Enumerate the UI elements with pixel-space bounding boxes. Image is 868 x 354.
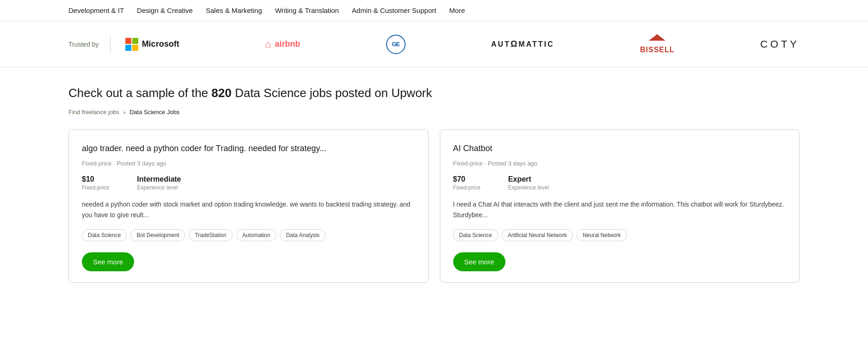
airbnb-logo: ⌂ airbnb: [265, 38, 300, 50]
tag-0-2[interactable]: TradeStation: [189, 229, 232, 241]
bissell-logo: BISSELL: [640, 34, 675, 54]
microsoft-logo: Microsoft: [125, 38, 179, 51]
microsoft-icon: [125, 38, 138, 51]
tag-0-1[interactable]: Bot Development: [130, 229, 185, 241]
job-price-value-0: $10: [82, 175, 109, 183]
breadcrumb: Find freelance jobs » Data Science Jobs: [68, 109, 800, 116]
logos-row: Microsoft ⌂ airbnb GE AUTΩMATTIC BISSELL…: [125, 34, 800, 54]
job-title-1: AI Chatbot: [453, 143, 787, 154]
automattic-logo: AUTΩMATTIC: [491, 39, 554, 49]
job-cards-grid: algo trader. need a python coder for Tra…: [68, 129, 800, 283]
nav-item-admin[interactable]: Admin & Customer Support: [352, 6, 437, 14]
nav-item-dev-it[interactable]: Development & IT: [68, 6, 124, 14]
trusted-label: Trusted by: [68, 41, 99, 48]
bissell-triangle-icon: [649, 34, 665, 41]
bissell-text: BISSELL: [640, 46, 675, 54]
heading-prefix: Check out a sample of the: [68, 86, 211, 100]
ge-logo: GE: [386, 35, 406, 54]
job-exp-block-1: Expert Experience level: [508, 175, 549, 191]
tag-0-0[interactable]: Data Science: [82, 229, 127, 241]
nav-item-writing[interactable]: Writing & Translation: [275, 6, 339, 14]
job-count: 820: [211, 86, 231, 100]
breadcrumb-arrow: »: [123, 110, 126, 115]
coty-text: COTY: [760, 38, 800, 50]
tag-1-1[interactable]: Artificial Neural Network: [502, 229, 573, 241]
job-price-value-1: $70: [453, 175, 480, 183]
job-exp-label-1: Experience level: [508, 184, 549, 191]
job-meta-1: Fixed-price · Posted 3 days ago: [453, 160, 787, 167]
tags-row-0: Data Science Bot Development TradeStatio…: [82, 229, 415, 241]
nav-item-more[interactable]: More: [449, 6, 465, 14]
trusted-divider: [110, 35, 111, 54]
job-card-1: AI Chatbot Fixed-price · Posted 3 days a…: [440, 129, 800, 283]
job-description-0: needed a python coder with stock market …: [82, 199, 415, 220]
see-more-button-0[interactable]: See more: [82, 252, 134, 271]
job-exp-label-0: Experience level: [137, 184, 181, 191]
nav-item-sales[interactable]: Sales & Marketing: [206, 6, 262, 14]
trusted-by-section: Trusted by Microsoft ⌂ airbnb GE AUTΩMA: [0, 21, 868, 67]
job-exp-value-1: Expert: [508, 175, 549, 183]
microsoft-text: Microsoft: [142, 39, 179, 49]
ge-text: GE: [392, 41, 400, 48]
tag-0-4[interactable]: Data Analysis: [280, 229, 326, 241]
tag-1-2[interactable]: Neural Network: [577, 229, 627, 241]
breadcrumb-link[interactable]: Find freelance jobs: [68, 109, 119, 116]
job-price-row-1: $70 Fixed-price Expert Experience level: [453, 175, 787, 191]
job-price-block-0: $10 Fixed-price: [82, 175, 109, 191]
job-price-block-1: $70 Fixed-price: [453, 175, 480, 191]
job-price-label-0: Fixed-price: [82, 184, 109, 191]
ge-icon: GE: [386, 35, 406, 54]
job-exp-block-0: Intermediate Experience level: [137, 175, 181, 191]
main-content: Check out a sample of the 820 Data Scien…: [0, 67, 868, 301]
job-description-1: I need a Chat AI that interacts with the…: [453, 199, 787, 220]
tags-row-1: Data Science Artificial Neural Network N…: [453, 229, 787, 241]
airbnb-icon: ⌂: [265, 38, 271, 50]
job-card-0: algo trader. need a python coder for Tra…: [68, 129, 429, 283]
airbnb-text: airbnb: [275, 39, 300, 49]
breadcrumb-current: Data Science Jobs: [129, 109, 179, 116]
job-exp-value-0: Intermediate: [137, 175, 181, 183]
tag-0-3[interactable]: Automation: [236, 229, 277, 241]
top-navigation: Development & IT Design & Creative Sales…: [0, 0, 868, 21]
job-price-label-1: Fixed-price: [453, 184, 480, 191]
heading-suffix: Data Science jobs posted on Upwork: [232, 86, 432, 100]
see-more-button-1[interactable]: See more: [453, 252, 505, 271]
job-title-0: algo trader. need a python coder for Tra…: [82, 143, 415, 154]
page-heading: Check out a sample of the 820 Data Scien…: [68, 86, 800, 100]
automattic-text: AUTΩMATTIC: [491, 39, 554, 49]
job-meta-0: Fixed-price · Posted 3 days ago: [82, 160, 415, 167]
nav-item-design[interactable]: Design & Creative: [137, 6, 193, 14]
tag-1-0[interactable]: Data Science: [453, 229, 498, 241]
coty-logo: COTY: [760, 38, 800, 50]
job-price-row-0: $10 Fixed-price Intermediate Experience …: [82, 175, 415, 191]
